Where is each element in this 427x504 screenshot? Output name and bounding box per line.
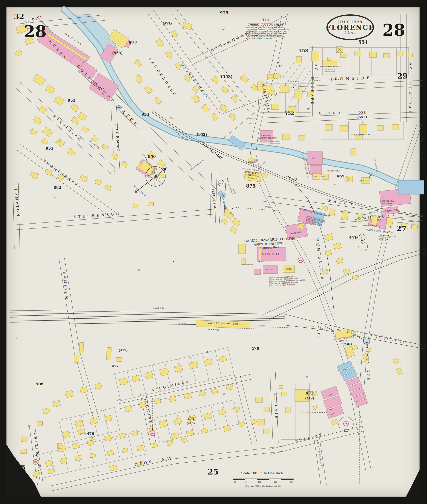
building-frame [39,106,47,114]
block-number-group: (417) [119,349,128,352]
building-frame [21,449,27,454]
building-frame [393,358,400,364]
place-label-group: DYE HO. [266,269,274,271]
street-label-group: R D. [277,60,283,69]
lot-line [200,408,205,432]
street-label: A S H L A N D A V. [210,31,249,52]
street-label: ST. C H A R L E S [143,398,154,431]
building-frame [53,400,60,407]
place-label: L. & N. R. R. [153,307,164,309]
place-label-group: FILLING STA'N [246,162,256,163]
block-number: 473 [187,417,194,421]
block-number: (952) [197,133,207,137]
lot-line [203,353,209,380]
building-frame [239,244,245,254]
hydrant-dot [347,331,348,333]
sheet-number: 28 [24,23,47,40]
building-frame [181,438,187,443]
scale-tick-label: 50 [234,481,236,483]
scale-tick-label: 0 [245,481,246,483]
railroad-tie [357,334,358,338]
building-frame [226,384,233,390]
place-label-group: MUSCLE SHOALS [226,178,233,194]
building-frame [106,347,111,360]
building-frame [154,97,162,104]
lot-line [211,405,216,429]
dimension-label-group: 70' [270,241,273,243]
building-stone [398,180,424,194]
lot-line [222,402,228,426]
dimension-label-group: 60' [305,376,309,379]
dimension-label: 60' [170,116,173,120]
building-frame [111,152,119,160]
building-frame [80,387,88,393]
block-number: (412) [305,397,314,400]
street-label: E S W E E T W A T E R S T. [315,434,324,470]
railroad-track [10,310,285,314]
street-label: T H U R M A N [115,124,120,152]
street-label: HUNTSVILLE [315,238,325,281]
building-frame [325,250,332,256]
street-edge [111,106,114,172]
street-label: E. LIMESTONE (CENTRAL AV.) [421,123,424,164]
block-number-group: 977 [129,40,137,45]
building-frame [33,116,42,125]
building-frame [74,355,79,363]
place-label: HEAT: FURN. [270,140,280,142]
street-label-group: A E T N A [318,111,341,115]
street-label-group: STEPHENSON [211,186,217,210]
railroad-tie [379,335,380,338]
place-label-group: 978 [262,18,269,22]
building-frame [72,443,80,449]
building-frame [218,409,226,415]
street-label-group: R D. [316,328,321,337]
block-number: 548 [344,342,352,346]
block-number-group: 553 [298,48,308,53]
building-frame [122,448,128,453]
block-number-group: (412) [305,397,314,400]
place-label: FINISHING [382,203,393,205]
dimension-label-group: 70' [28,425,31,427]
block-number-group: (553) [221,74,233,79]
building-frame [78,112,87,121]
block-number: 950 [148,154,156,159]
building-frame [45,85,55,94]
street-label-group: S T A N L E Y A V. [53,114,82,141]
place-label-group: LIGHTS: ELEC. [324,70,335,72]
street-label-group: (DIVISION) [221,194,228,211]
building-frame [279,386,283,389]
map-canvas: FAFAFAFAST. PAULC H E R R YC O T T O NMS… [0,0,427,504]
building-frame [55,138,65,147]
place-label: HEAT: STOVE. [325,68,335,70]
building-frame [105,435,112,441]
building-frame [15,50,22,56]
place-label: LIGHTS: ELEC. [324,70,335,72]
building-frame [352,275,358,280]
block-number: (413) [187,422,195,425]
place-label: COAL YARD [327,170,340,172]
building-frame [171,30,178,38]
sheet-number: 32 [14,13,24,20]
note-line: SMITH F.P. CAP'CY 750 GAL. P.M. 125 LBS.… [246,36,285,38]
scale-tick-label: 300 [290,481,293,483]
building-frame [343,269,350,275]
building-frame [204,359,213,365]
place-label-group: 6" W. PIPE [259,161,266,168]
place-label-group: Creek [285,175,299,182]
building-frame [329,209,335,216]
note-block: NIGHT WATCHMAN & CLOCK. HEAT: STEAM. LIG… [246,27,289,39]
street-label-group: T H U R M A N [115,124,120,152]
place-label-group: LIGHTS: ELEC. [269,142,280,144]
lot-line [115,437,120,460]
dimension-label-group: 65' [54,197,57,199]
block-number: 975 [220,10,229,15]
lot-line [128,434,133,457]
dimension-label: 60' [206,350,209,354]
street-edge [50,446,285,486]
block-number: 553 [298,48,308,53]
railroad-tie [376,335,377,338]
lot-line [127,371,133,398]
map-city: FLORENCE [326,24,374,31]
lot-line [190,356,196,383]
place-label-group: W. HO. [286,268,292,270]
